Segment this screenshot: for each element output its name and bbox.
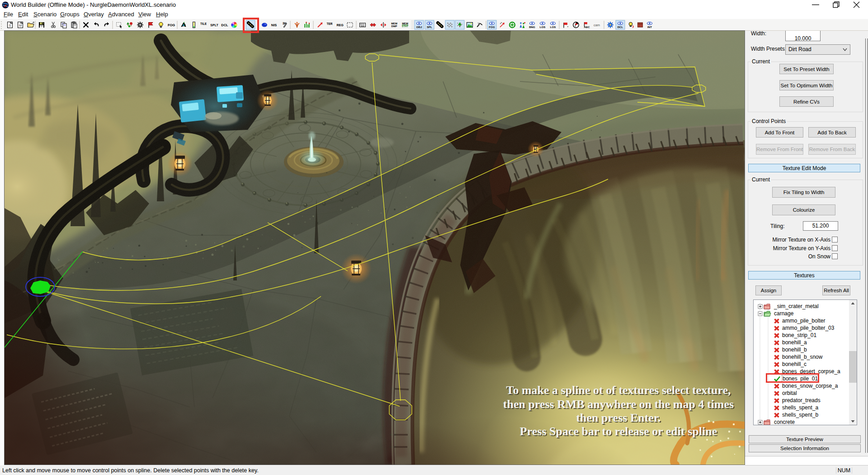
svg-text:DCL: DCL bbox=[221, 23, 228, 27]
svg-text:S: S bbox=[9, 24, 11, 28]
svg-text:NIS: NIS bbox=[271, 23, 277, 27]
svg-text:FOG: FOG bbox=[168, 23, 175, 27]
svg-text:DCL: DCL bbox=[618, 25, 623, 28]
svg-text:ABC: ABC bbox=[584, 26, 590, 28]
svg-text:cam: cam bbox=[594, 23, 600, 27]
svg-text:LOS: LOS bbox=[550, 25, 556, 28]
svg-text:DMP: DMP bbox=[392, 25, 397, 28]
svg-text:SPL: SPL bbox=[427, 25, 432, 28]
svg-text:SPLT: SPLT bbox=[210, 24, 218, 27]
svg-text:Press Space bar to release or: Press Space bar to release or edit splin… bbox=[520, 425, 717, 438]
svg-text:TER: TER bbox=[327, 22, 333, 25]
svg-text:LOS: LOS bbox=[540, 25, 546, 28]
svg-text:FOG: FOG bbox=[489, 25, 495, 28]
svg-text:then press Enter.: then press Enter. bbox=[576, 411, 660, 424]
svg-text:REG: REG bbox=[336, 24, 344, 27]
svg-text:OBJ: OBJ bbox=[416, 25, 422, 28]
svg-text:TILE: TILE bbox=[200, 22, 207, 25]
svg-text:then press RMB anywhere on the: then press RMB anywhere on the map 4 tim… bbox=[503, 398, 734, 411]
svg-text:STAT: STAT bbox=[402, 25, 409, 28]
svg-text:BNG: BNG bbox=[529, 25, 535, 28]
svg-text:To make a spline ot of texture: To make a spline ot of textures select t… bbox=[506, 384, 731, 397]
svg-text:INT: INT bbox=[647, 25, 652, 28]
svg-text:M: M bbox=[19, 24, 22, 28]
